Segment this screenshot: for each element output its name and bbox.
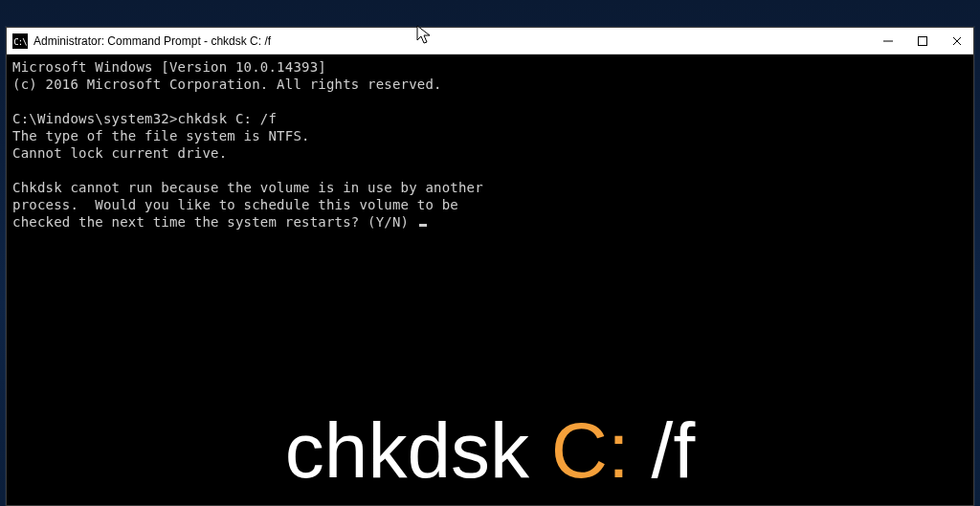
lock-line: Cannot lock current drive. xyxy=(12,145,227,161)
prompt-line: C:\Windows\system32>chkdsk C: /f xyxy=(12,111,277,126)
prompt-command: chkdsk C: /f xyxy=(178,111,278,126)
overlay-part-2: C: xyxy=(551,407,630,494)
svg-rect-1 xyxy=(919,36,927,45)
maximize-icon xyxy=(917,35,928,47)
fs-type-line: The type of the file system is NTFS. xyxy=(12,128,310,143)
overlay-part-1: chkdsk xyxy=(285,407,551,494)
minimize-button[interactable] xyxy=(881,34,895,48)
window-title: Administrator: Command Prompt - chkdsk C… xyxy=(33,34,271,48)
close-icon xyxy=(951,35,963,47)
maximize-button[interactable] xyxy=(916,34,929,48)
banner-line-2: (c) 2016 Microsoft Corporation. All righ… xyxy=(12,77,442,92)
close-button[interactable] xyxy=(950,34,964,48)
banner-line-1: Microsoft Windows [Version 10.0.14393] xyxy=(12,59,326,75)
prompt-path: C:\Windows\system32> xyxy=(12,111,178,126)
terminal-output[interactable]: Microsoft Windows [Version 10.0.14393] (… xyxy=(7,55,973,505)
titlebar[interactable]: C:\ Administrator: Command Prompt - chkd… xyxy=(7,28,973,55)
cmd-icon: C:\ xyxy=(12,33,28,49)
window-controls xyxy=(881,34,969,48)
message-line-2: process. Would you like to schedule this… xyxy=(12,197,458,212)
desktop: C:\ Administrator: Command Prompt - chkd… xyxy=(0,0,980,506)
overlay-part-3: /f xyxy=(630,407,695,494)
minimize-icon xyxy=(882,35,894,47)
message-line-1: Chkdsk cannot run because the volume is … xyxy=(12,180,483,195)
overlay-caption: chkdsk C: /f xyxy=(7,411,973,490)
text-cursor xyxy=(419,224,427,227)
message-line-3: checked the next time the system restart… xyxy=(12,214,417,230)
command-prompt-window: C:\ Administrator: Command Prompt - chkd… xyxy=(6,27,974,506)
